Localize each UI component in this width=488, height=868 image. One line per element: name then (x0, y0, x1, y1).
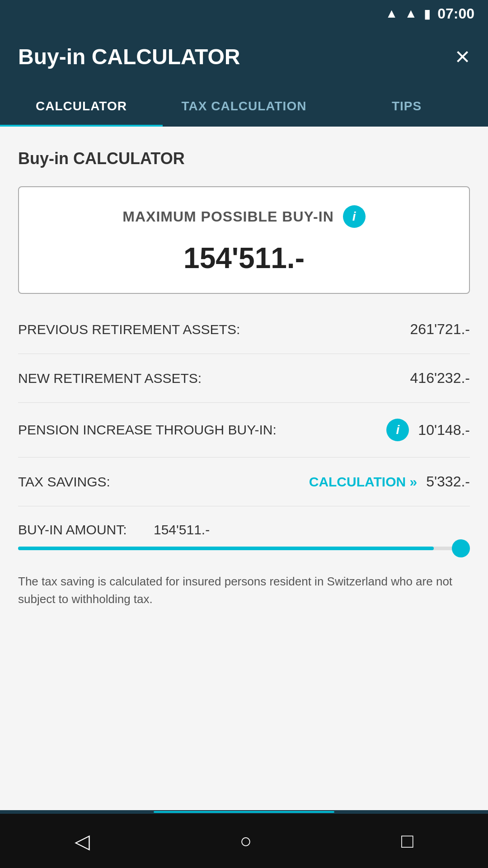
pension-increase-value: 10'148.- (418, 422, 470, 439)
disclaimer-text: The tax saving is calculated for insured… (18, 568, 470, 626)
previous-retirement-assets-right: 261'721.- (410, 321, 470, 338)
max-buyin-header: MAXIMUM POSSIBLE BUY-IN i (37, 205, 451, 228)
recents-button[interactable]: □ (401, 830, 413, 852)
row-buy-in-amount: BUY-IN AMOUNT: 154'511.- (18, 506, 470, 538)
tab-tips[interactable]: TIPS (325, 86, 488, 127)
data-rows: PREVIOUS RETIREMENT ASSETS: 261'721.- NE… (18, 316, 470, 626)
slider-track (18, 547, 470, 550)
buy-in-amount-label: BUY-IN AMOUNT: (18, 522, 154, 538)
row-tax-savings: TAX SAVINGS: CALCULATION » 5'332.- (18, 458, 470, 506)
max-buyin-value: 154'511.- (37, 241, 451, 275)
bottom-indicator (0, 810, 488, 814)
pension-increase-right: i 10'148.- (386, 419, 470, 441)
row-new-retirement-assets: NEW RETIREMENT ASSETS: 416'232.- (18, 354, 470, 403)
new-retirement-assets-right: 416'232.- (410, 370, 470, 387)
max-buyin-info-button[interactable]: i (343, 205, 366, 228)
wifi-icon: ▲ (385, 6, 398, 21)
row-pension-increase: PENSION INCREASE THROUGH BUY-IN: i 10'14… (18, 403, 470, 458)
back-button[interactable]: ◁ (75, 830, 90, 853)
tab-bar: CALCULATOR TAX CALCULATION TIPS (0, 86, 488, 127)
slider-thumb[interactable] (452, 539, 470, 557)
calculation-link[interactable]: CALCULATION » (309, 474, 417, 490)
home-button[interactable]: ○ (239, 830, 252, 852)
close-button[interactable]: × (455, 44, 470, 69)
tab-calculator[interactable]: CALCULATOR (0, 86, 163, 127)
status-icons: ▲ ▲ ▮ 07:00 (385, 5, 474, 22)
previous-retirement-assets-value: 261'721.- (410, 321, 470, 338)
status-time: 07:00 (437, 5, 474, 22)
bottom-nav: ◁ ○ □ (0, 814, 488, 868)
tax-savings-label: TAX SAVINGS: (18, 474, 110, 490)
buy-in-amount-value: 154'511.- (154, 522, 210, 538)
battery-icon: ▮ (424, 6, 431, 21)
signal-icon: ▲ (404, 6, 417, 21)
row-previous-retirement-assets: PREVIOUS RETIREMENT ASSETS: 261'721.- (18, 316, 470, 354)
status-bar: ▲ ▲ ▮ 07:00 (0, 0, 488, 27)
max-buyin-label: MAXIMUM POSSIBLE BUY-IN (122, 208, 333, 225)
bottom-indicator-line (154, 811, 334, 813)
buy-in-slider-container[interactable] (18, 538, 470, 568)
tax-savings-right: CALCULATION » 5'332.- (309, 473, 470, 490)
main-content: Buy-in CALCULATOR MAXIMUM POSSIBLE BUY-I… (0, 127, 488, 810)
page-title: Buy-in CALCULATOR (18, 149, 470, 168)
app-header: Buy-in CALCULATOR × (0, 27, 488, 86)
new-retirement-assets-value: 416'232.- (410, 370, 470, 387)
slider-fill (18, 547, 434, 550)
app-title: Buy-in CALCULATOR (18, 44, 240, 69)
pension-increase-info-button[interactable]: i (386, 419, 409, 441)
previous-retirement-assets-label: PREVIOUS RETIREMENT ASSETS: (18, 322, 240, 337)
tax-savings-value: 5'332.- (426, 473, 470, 490)
pension-increase-label: PENSION INCREASE THROUGH BUY-IN: (18, 422, 277, 438)
max-buyin-box: MAXIMUM POSSIBLE BUY-IN i 154'511.- (18, 186, 470, 294)
new-retirement-assets-label: NEW RETIREMENT ASSETS: (18, 371, 202, 386)
tab-tax-calculation[interactable]: TAX CALCULATION (163, 86, 325, 127)
